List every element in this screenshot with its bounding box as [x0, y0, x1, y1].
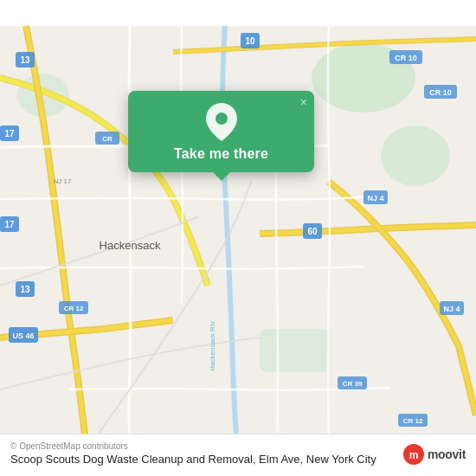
close-icon[interactable]: × — [300, 96, 307, 108]
bottom-bar: © OpenStreetMap contributors Scoop Scout… — [0, 434, 476, 476]
svg-text:Hackensack: Hackensack — [100, 239, 161, 252]
svg-point-38 — [215, 113, 228, 125]
svg-text:17: 17 — [4, 129, 15, 138]
svg-text:m: m — [409, 449, 419, 461]
moovit-icon: m — [403, 444, 424, 465]
location-pin-icon — [203, 103, 241, 141]
svg-text:US 46: US 46 — [12, 331, 34, 340]
take-me-there-popup[interactable]: × Take me there — [128, 91, 314, 172]
svg-text:CR 12: CR 12 — [403, 417, 423, 425]
svg-text:10: 10 — [245, 36, 255, 46]
svg-text:CR 12: CR 12 — [64, 305, 84, 312]
location-name: Scoop Scouts Dog Waste Cleanup and Remov… — [10, 453, 376, 467]
svg-text:NJ 4: NJ 4 — [443, 305, 460, 313]
location-info-group: © OpenStreetMap contributors Scoop Scout… — [10, 441, 376, 467]
svg-text:60: 60 — [307, 227, 318, 236]
moovit-text: moovit — [428, 447, 466, 461]
svg-text:CR 10: CR 10 — [429, 88, 452, 97]
map-background: 13 10 CR 10 17 17 CR CR 12 13 US 46 60 N… — [0, 0, 476, 476]
take-me-there-label: Take me there — [174, 146, 268, 162]
svg-point-2 — [381, 125, 450, 186]
svg-text:13: 13 — [20, 55, 30, 65]
svg-text:17: 17 — [4, 220, 15, 229]
svg-rect-4 — [260, 329, 329, 372]
svg-text:13: 13 — [20, 285, 30, 294]
svg-text:CR 10: CR 10 — [395, 54, 417, 62]
svg-text:Hackensack Riv: Hackensack Riv — [209, 321, 216, 370]
moovit-logo: m moovit — [403, 444, 466, 465]
svg-text:NJ 17: NJ 17 — [54, 177, 72, 185]
svg-text:CR 39: CR 39 — [343, 380, 363, 388]
map-container: 13 10 CR 10 17 17 CR CR 12 13 US 46 60 N… — [0, 0, 476, 476]
svg-text:CR: CR — [102, 135, 113, 143]
attribution-text: © OpenStreetMap contributors — [10, 441, 376, 451]
svg-text:NJ 4: NJ 4 — [367, 194, 383, 203]
